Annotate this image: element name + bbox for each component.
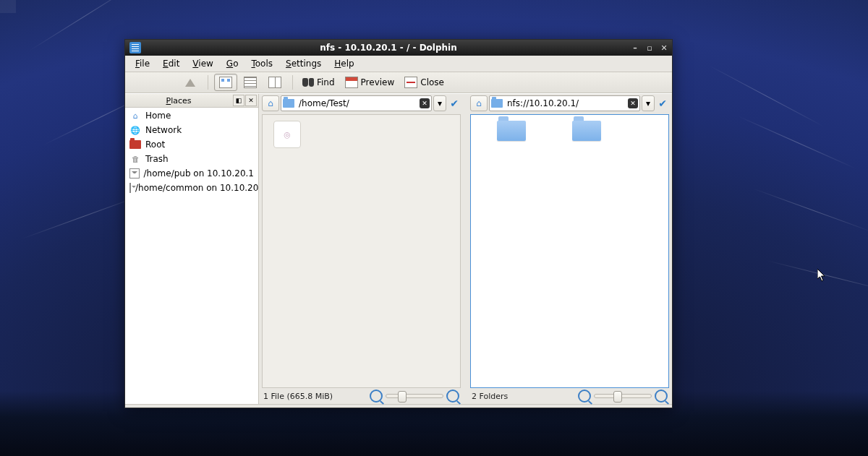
places-header: Places ◧ ✕ bbox=[125, 94, 258, 108]
file-view-left[interactable]: ◎ bbox=[262, 114, 461, 388]
maximize-button[interactable]: ▫ bbox=[644, 43, 655, 53]
pane-left: ⌂ ✕ ▾ ✔ ◎ 1 File (665.8 MiB) bbox=[259, 94, 464, 404]
zoom-controls bbox=[578, 390, 668, 403]
file-view-right[interactable] bbox=[470, 114, 669, 388]
forward-button[interactable] bbox=[154, 74, 177, 91]
up-button[interactable] bbox=[179, 74, 202, 91]
location-bar-right: ⌂ ✕ ▾ ✔ bbox=[470, 95, 669, 111]
zoom-in-button[interactable] bbox=[446, 390, 459, 403]
place-label: Network bbox=[145, 125, 182, 135]
bg-streak bbox=[709, 65, 824, 126]
disc-image-icon: ◎ bbox=[273, 121, 301, 148]
home-icon: ⌂ bbox=[129, 111, 141, 121]
place-network[interactable]: 🌐 Network bbox=[125, 123, 258, 137]
places-undock-button[interactable]: ◧ bbox=[233, 95, 244, 106]
zoom-slider[interactable] bbox=[594, 394, 652, 398]
titlebar[interactable]: nfs - 10.10.20.1 - / - Dolphin – ▫ ✕ bbox=[125, 40, 672, 56]
close-split-button[interactable]: Close bbox=[401, 74, 448, 91]
trash-icon: 🗑 bbox=[129, 154, 141, 164]
close-window-button[interactable]: ✕ bbox=[659, 43, 669, 53]
place-home[interactable]: ⌂ Home bbox=[125, 108, 258, 123]
find-button[interactable]: Find bbox=[299, 74, 339, 91]
desktop-corner bbox=[0, 0, 16, 13]
window-footer bbox=[125, 404, 672, 408]
go-home-button[interactable]: ⌂ bbox=[262, 95, 279, 111]
app-icon bbox=[129, 42, 141, 53]
location-field[interactable]: ✕ bbox=[281, 95, 432, 111]
folder-item[interactable] bbox=[568, 121, 605, 141]
bg-streak bbox=[767, 260, 868, 293]
location-input[interactable] bbox=[506, 98, 625, 109]
bg-streak bbox=[738, 116, 857, 169]
folder-item[interactable] bbox=[493, 121, 530, 141]
menu-go[interactable]: Go bbox=[221, 57, 244, 70]
bg-streak bbox=[752, 188, 868, 233]
status-bar-left: 1 File (665.8 MiB) bbox=[262, 388, 461, 404]
zoom-out-button[interactable] bbox=[578, 390, 591, 403]
network-icon: 🌐 bbox=[129, 125, 141, 135]
dolphin-window: nfs - 10.10.20.1 - / - Dolphin – ▫ ✕ Fil… bbox=[124, 39, 673, 408]
zoom-slider[interactable] bbox=[386, 394, 443, 398]
folder-icon bbox=[497, 121, 526, 141]
root-folder-icon bbox=[129, 140, 141, 149]
zoom-controls bbox=[370, 390, 459, 403]
menu-edit[interactable]: Edit bbox=[157, 57, 185, 70]
view-details-button[interactable] bbox=[239, 74, 262, 91]
close-icon bbox=[404, 77, 417, 88]
view-columns-button[interactable] bbox=[263, 74, 286, 91]
location-input[interactable] bbox=[297, 98, 417, 109]
location-go-button[interactable]: ✔ bbox=[656, 96, 669, 111]
icons-view-icon bbox=[219, 77, 232, 88]
go-home-button[interactable]: ⌂ bbox=[470, 95, 488, 111]
place-label: /home/common on 10.10.20.1 bbox=[135, 183, 258, 193]
status-text: 2 Folders bbox=[472, 392, 508, 401]
menu-view[interactable]: View bbox=[187, 57, 218, 70]
status-text: 1 File (665.8 MiB) bbox=[263, 392, 333, 401]
toolbar: Find Preview Close bbox=[125, 72, 672, 93]
location-history-button[interactable]: ▾ bbox=[642, 95, 655, 111]
binoculars-icon bbox=[302, 78, 314, 87]
back-button[interactable] bbox=[129, 74, 153, 91]
places-close-button[interactable]: ✕ bbox=[245, 95, 257, 106]
bg-streak bbox=[29, 0, 140, 51]
details-view-icon bbox=[244, 77, 257, 88]
arrow-up-icon bbox=[185, 79, 195, 87]
clear-location-button[interactable]: ✕ bbox=[628, 98, 638, 108]
place-label: Trash bbox=[145, 154, 169, 164]
menu-tools[interactable]: Tools bbox=[245, 57, 278, 70]
zoom-out-button[interactable] bbox=[370, 390, 383, 403]
place-mount-common[interactable]: /home/common on 10.10.20.1 bbox=[125, 181, 258, 195]
location-history-button[interactable]: ▾ bbox=[433, 95, 446, 111]
toolbar-separator bbox=[292, 75, 293, 90]
location-field[interactable]: ✕ bbox=[489, 95, 640, 111]
preview-icon bbox=[345, 77, 358, 88]
location-bar-left: ⌂ ✕ ▾ ✔ bbox=[262, 95, 461, 111]
window-title: nfs - 10.10.20.1 - / - Dolphin bbox=[320, 43, 457, 53]
view-icons-button[interactable] bbox=[214, 74, 237, 91]
place-mount-pub[interactable]: /home/pub on 10.10.20.1 bbox=[125, 166, 258, 181]
menu-help[interactable]: Help bbox=[328, 57, 359, 70]
preview-button[interactable]: Preview bbox=[341, 74, 399, 91]
minimize-button[interactable]: – bbox=[630, 43, 640, 53]
place-label: /home/pub on 10.10.20.1 bbox=[144, 168, 254, 178]
status-bar-right: 2 Folders bbox=[470, 388, 669, 404]
location-go-button[interactable]: ✔ bbox=[448, 96, 461, 111]
menu-file[interactable]: File bbox=[129, 57, 156, 70]
place-label: Root bbox=[145, 139, 165, 150]
place-root[interactable]: Root bbox=[125, 137, 258, 152]
places-panel: Places ◧ ✕ ⌂ Home 🌐 Network Root 🗑 bbox=[125, 94, 259, 404]
pane-right: ⌂ ✕ ▾ ✔ bbox=[467, 94, 672, 404]
mount-icon bbox=[129, 183, 131, 193]
toolbar-separator bbox=[208, 75, 208, 90]
place-trash[interactable]: 🗑 Trash bbox=[125, 152, 258, 166]
folder-icon bbox=[572, 121, 601, 141]
place-label: Home bbox=[145, 111, 171, 121]
zoom-in-button[interactable] bbox=[655, 390, 668, 403]
folder-icon bbox=[491, 99, 503, 108]
mount-icon bbox=[129, 168, 140, 178]
clear-location-button[interactable]: ✕ bbox=[420, 98, 430, 108]
file-item[interactable]: ◎ bbox=[268, 121, 306, 148]
columns-view-icon bbox=[268, 77, 281, 88]
menu-bar: File Edit View Go Tools Settings Help bbox=[125, 56, 672, 72]
menu-settings[interactable]: Settings bbox=[280, 57, 327, 70]
